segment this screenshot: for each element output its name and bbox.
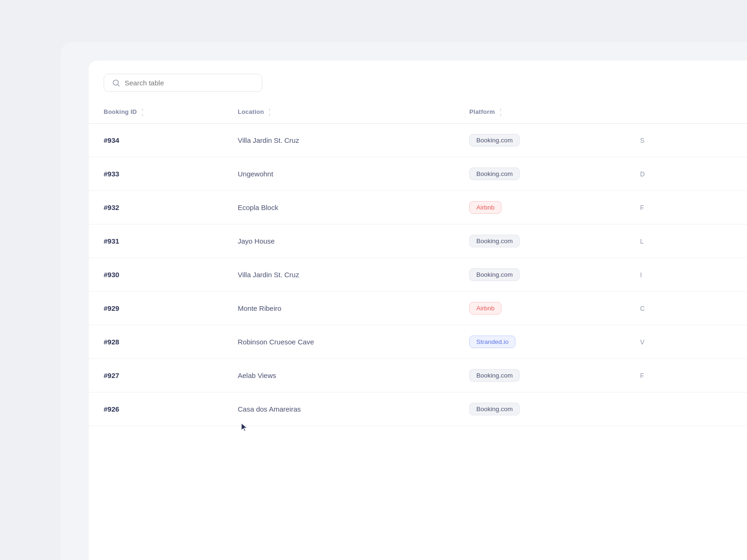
cell-location: Aelab Views: [223, 359, 454, 392]
cell-platform: Booking.com: [454, 124, 625, 157]
cell-booking-id: #926: [89, 392, 223, 426]
cell-platform: Booking.com: [454, 224, 625, 258]
platform-badge: Booking.com: [469, 168, 520, 180]
cell-other: I: [625, 258, 747, 292]
table-row[interactable]: #928Robinson Cruesoe CaveStranded.ioV: [89, 325, 747, 359]
search-bar-wrapper: [89, 61, 747, 101]
table-row[interactable]: #929Monte RibeiroAirbnbC: [89, 292, 747, 325]
cell-booking-id: #928: [89, 325, 223, 359]
search-bar: [104, 74, 262, 92]
platform-badge: Booking.com: [469, 134, 520, 147]
cell-location: Monte Ribeiro: [223, 292, 454, 325]
cell-location: Robinson Cruesoe Cave: [223, 325, 454, 359]
col-header-booking-id[interactable]: Booking ID ↑↓: [89, 101, 223, 124]
bookings-table: Booking ID ↑↓ Location ↑↓ Pl: [89, 101, 747, 426]
cell-other: L: [625, 224, 747, 258]
cell-location: Casa dos Amareiras: [223, 392, 454, 426]
card-container: Booking ID ↑↓ Location ↑↓ Pl: [61, 42, 747, 560]
search-icon: [113, 79, 120, 87]
cell-location: Ungewohnt: [223, 157, 454, 191]
cell-booking-id: #930: [89, 258, 223, 292]
table-row[interactable]: #930Villa Jardin St. CruzBooking.comI: [89, 258, 747, 292]
sort-icon-booking-id: ↑↓: [141, 108, 144, 117]
cell-other: V: [625, 325, 747, 359]
cell-other: F: [625, 191, 747, 224]
cell-other: S: [625, 124, 747, 157]
cell-other: C: [625, 292, 747, 325]
cell-location: Jayo House: [223, 224, 454, 258]
table-row[interactable]: #933UngewohntBooking.comD: [89, 157, 747, 191]
platform-badge: Airbnb: [469, 201, 501, 214]
table-wrapper: Booking ID ↑↓ Location ↑↓ Pl: [89, 101, 747, 426]
table-header-row: Booking ID ↑↓ Location ↑↓ Pl: [89, 101, 747, 124]
cell-platform: Booking.com: [454, 359, 625, 392]
cell-platform: Booking.com: [454, 157, 625, 191]
sort-icon-platform: ↑↓: [500, 108, 502, 117]
svg-line-1: [118, 84, 119, 86]
sort-icon-location: ↑↓: [268, 108, 271, 117]
platform-badge: Booking.com: [469, 369, 520, 382]
search-input[interactable]: [125, 79, 254, 87]
platform-badge: Booking.com: [469, 268, 520, 281]
cell-other: D: [625, 157, 747, 191]
platform-badge: Airbnb: [469, 302, 501, 315]
cell-booking-id: #931: [89, 224, 223, 258]
cell-platform: Stranded.io: [454, 325, 625, 359]
col-header-location[interactable]: Location ↑↓: [223, 101, 454, 124]
table-row[interactable]: #934Villa Jardin St. CruzBooking.comS: [89, 124, 747, 157]
cell-booking-id: #929: [89, 292, 223, 325]
cell-platform: Booking.com: [454, 258, 625, 292]
table-row[interactable]: #926Casa dos AmareirasBooking.com: [89, 392, 747, 426]
platform-badge: Booking.com: [469, 403, 520, 415]
cell-booking-id: #934: [89, 124, 223, 157]
cell-location: Villa Jardin St. Cruz: [223, 258, 454, 292]
cell-location: Villa Jardin St. Cruz: [223, 124, 454, 157]
cell-platform: Airbnb: [454, 191, 625, 224]
cell-platform: Airbnb: [454, 292, 625, 325]
table-row[interactable]: #927Aelab ViewsBooking.comF: [89, 359, 747, 392]
cell-booking-id: #932: [89, 191, 223, 224]
table-row[interactable]: #932Ecopla BlockAirbnbF: [89, 191, 747, 224]
cell-booking-id: #933: [89, 157, 223, 191]
cell-other: [625, 392, 747, 426]
platform-badge: Stranded.io: [469, 336, 515, 348]
cell-other: F: [625, 359, 747, 392]
cell-platform: Booking.com: [454, 392, 625, 426]
table-row[interactable]: #931Jayo HouseBooking.comL: [89, 224, 747, 258]
col-header-platform[interactable]: Platform ↑↓: [454, 101, 625, 124]
platform-badge: Booking.com: [469, 235, 520, 247]
cell-location: Ecopla Block: [223, 191, 454, 224]
inner-card: Booking ID ↑↓ Location ↑↓ Pl: [89, 61, 747, 560]
cell-booking-id: #927: [89, 359, 223, 392]
col-header-other: [625, 101, 747, 124]
